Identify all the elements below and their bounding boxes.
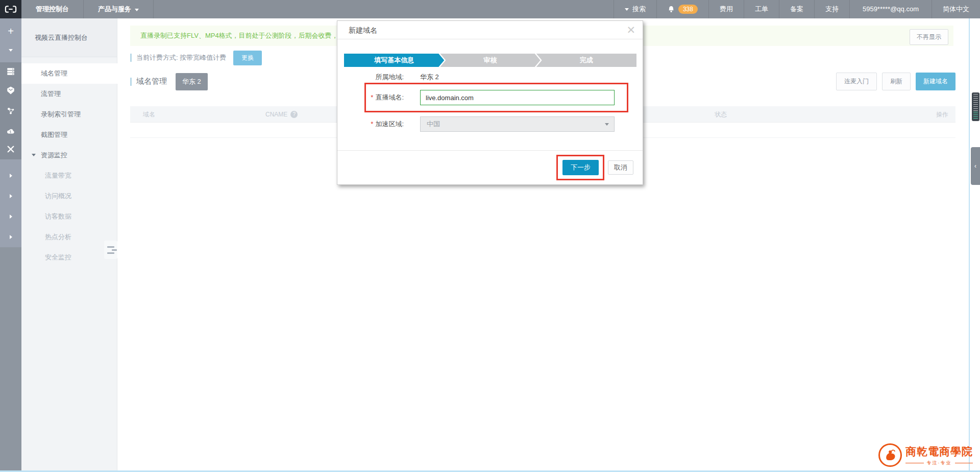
collapse-rail-button[interactable] <box>0 41 21 59</box>
column-header-domain: 域名 <box>143 106 155 123</box>
new-domain-modal: 新建域名 ✕ 填写基本信息 审核 完成 所属地域: 华东 2 *直播域名: *加… <box>337 20 643 185</box>
region-field-value: 华东 2 <box>420 73 439 82</box>
sidebar-item-security-monitor[interactable]: 安全监控 <box>21 247 117 268</box>
sidebar-item-visitor-data[interactable]: 访客数据 <box>21 206 117 227</box>
costream-guide-button[interactable]: 连麦入门 <box>836 73 877 90</box>
rail-sub-arrow-1[interactable] <box>0 167 21 185</box>
aliyun-logo[interactable] <box>0 0 21 18</box>
minimap-stripes <box>973 94 978 111</box>
shuffle-x-icon <box>6 145 15 154</box>
sidebar-collapse-handle[interactable] <box>104 241 117 259</box>
column-header-cname: CNAME ? <box>265 106 298 123</box>
chevron-down-icon <box>32 154 36 156</box>
notifications-item[interactable]: 338 <box>656 0 708 18</box>
bell-icon <box>668 6 675 13</box>
required-asterisk: * <box>371 93 373 101</box>
step-basic-info: 填写基本信息 <box>344 54 444 67</box>
account-menu[interactable]: 5959*****@qq.com <box>849 0 932 18</box>
sidebar-item-access-overview[interactable]: 访问概况 <box>21 186 117 206</box>
cancel-button[interactable]: 取消 <box>608 160 633 175</box>
topbar: 管理控制台 产品与服务 搜索 338 费用 工单 备案 支持 5959*****… <box>0 0 980 18</box>
create-domain-button[interactable]: 新建域名 <box>916 73 955 90</box>
share-nodes-icon <box>6 106 15 115</box>
sidebar-item-hotspot-analysis[interactable]: 热点分析 <box>21 227 117 247</box>
squirrel-icon <box>882 447 898 463</box>
accent-bar <box>130 78 132 86</box>
page-title: 域名管理 <box>136 77 167 86</box>
handle-bar <box>112 249 117 251</box>
products-services-menu[interactable]: 产品与服务 <box>84 0 154 18</box>
console-home-link[interactable]: 管理控制台 <box>21 0 84 18</box>
scrollbar-minimap[interactable] <box>972 92 979 121</box>
billing-method-label: 当前计费方式: 按带宽峰值计费 <box>136 53 226 62</box>
chevron-right-icon <box>10 215 12 219</box>
rail-sub-arrow-2[interactable] <box>0 187 21 205</box>
next-step-button[interactable]: 下一步 <box>562 160 599 175</box>
sidebar-item-traffic-bandwidth[interactable]: 流量带宽 <box>21 166 117 186</box>
notice-text: 直播录制已支持FLV、MP4格式，目前处于公测阶段，后期会收费，收费日期 <box>140 32 365 39</box>
chevron-down-icon <box>135 9 139 11</box>
steps-bar: 填写基本信息 审核 完成 <box>344 54 636 67</box>
area-selected-value: 中国 <box>427 120 440 128</box>
watermark-tagline: 专注·专业 <box>927 460 952 466</box>
handle-bar <box>107 246 114 248</box>
rail-sub-arrow-4[interactable] <box>0 228 21 246</box>
minimap-stripes-green <box>973 112 978 119</box>
language-switcher[interactable]: 简体中文 <box>932 0 980 18</box>
column-header-status: 状态 <box>715 106 727 123</box>
region-tab-huadong2[interactable]: 华东 2 <box>176 73 208 90</box>
dismiss-notice-button[interactable]: 不再显示 <box>910 29 948 45</box>
chevron-left-icon: ‹ <box>974 162 976 170</box>
tagline-line <box>955 463 973 463</box>
close-icon[interactable]: ✕ <box>626 23 635 37</box>
watermark-name: 商乾電商學院 <box>905 444 973 459</box>
acceleration-area-select[interactable]: 中国 <box>420 116 615 132</box>
plus-icon: + <box>8 26 14 36</box>
sidebar-item-record-index[interactable]: 录制索引管理 <box>21 104 117 125</box>
step-review: 审核 <box>440 54 540 67</box>
chevron-down-icon <box>605 123 609 126</box>
watermark-logo: 商乾電商學院 专注·专业 <box>878 443 973 467</box>
sidebar-item-stream-management[interactable]: 流管理 <box>21 84 117 104</box>
refresh-button[interactable]: 刷新 <box>882 73 911 90</box>
modal-title: 新建域名 <box>337 21 643 39</box>
topbar-item-support[interactable]: 支持 <box>814 0 849 18</box>
sidebar-item-domain-management[interactable]: 域名管理 <box>21 63 117 84</box>
modal-footer-divider <box>337 150 643 151</box>
region-field-row: 所属地域: 华东 2 <box>337 70 644 84</box>
aliyun-logo-icon <box>4 5 17 14</box>
area-field-row: *加速区域: 中国 <box>337 116 644 132</box>
panel-collapse-flap[interactable]: ‹ <box>971 147 980 185</box>
add-product-button[interactable]: + <box>0 22 21 40</box>
shield-icon <box>6 86 15 95</box>
domain-field-row: *直播域名: <box>337 90 644 105</box>
rail-item-domain[interactable] <box>0 62 21 81</box>
billing-row: 当前计费方式: 按带宽峰值计费 更换 <box>130 51 262 64</box>
required-asterisk: * <box>371 120 373 128</box>
rail-item-monitor[interactable] <box>0 140 21 158</box>
live-domain-input[interactable] <box>420 90 615 105</box>
change-billing-button[interactable]: 更换 <box>233 51 262 65</box>
sidebar-item-resource-monitor[interactable]: 资源监控 <box>21 145 117 166</box>
region-field-label: 所属地域: <box>337 73 404 82</box>
rail-sub-arrow-3[interactable] <box>0 207 21 226</box>
primary-icon-rail: + <box>0 18 21 472</box>
topbar-item-tickets[interactable]: 工单 <box>744 0 779 18</box>
topbar-item-icp[interactable]: 备案 <box>779 0 814 18</box>
chevron-down-icon <box>625 8 629 11</box>
area-field-label: *加速区域: <box>337 120 404 129</box>
sidebar-item-snapshot-management[interactable]: 截图管理 <box>21 125 117 145</box>
chevron-right-icon <box>10 194 12 198</box>
rail-item-snapshot[interactable] <box>0 122 21 140</box>
accent-bar <box>130 54 132 62</box>
rail-item-record[interactable] <box>0 102 21 120</box>
column-header-action: 操作 <box>936 106 948 123</box>
chevron-right-icon <box>10 174 12 178</box>
topbar-item-billing[interactable]: 费用 <box>708 0 744 18</box>
rail-item-stream[interactable] <box>0 81 21 100</box>
right-gutter <box>970 18 980 472</box>
search-trigger[interactable]: 搜索 <box>614 0 656 18</box>
watermark-emblem-icon <box>878 443 902 467</box>
step-complete: 完成 <box>536 54 636 67</box>
help-icon[interactable]: ? <box>290 111 298 118</box>
